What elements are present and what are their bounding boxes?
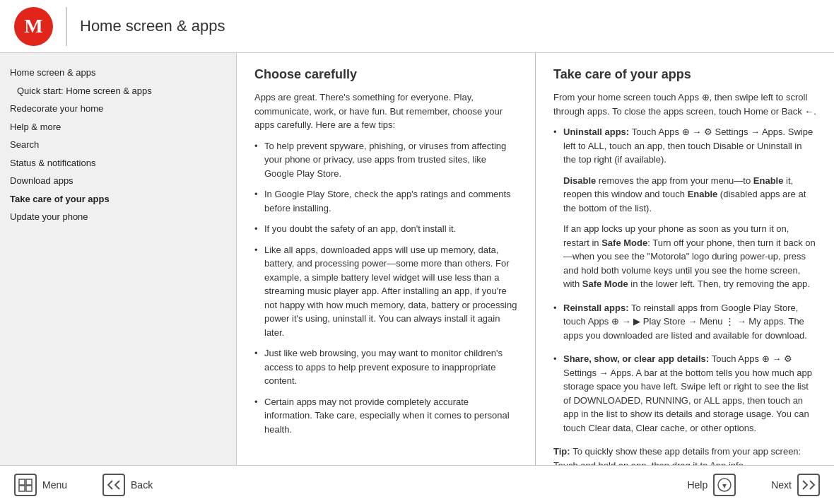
menu-button[interactable]: Menu <box>14 474 67 496</box>
sidebar-item-status-notifications[interactable]: Status & notifications <box>6 154 230 172</box>
content-area: Choose carefully Apps are great. There's… <box>237 53 834 465</box>
help-label: Help <box>687 479 707 491</box>
svg-rect-2 <box>19 486 25 491</box>
list-item: Certain apps may not provide completely … <box>254 395 517 437</box>
list-item: Like all apps, downloaded apps will use … <box>254 243 517 340</box>
page-wrapper: M Home screen & apps Home screen & appsQ… <box>0 0 834 504</box>
sidebar-item-help-more[interactable]: Help & more <box>6 118 230 136</box>
sidebar-item-redecorate[interactable]: Redecorate your home <box>6 100 230 118</box>
sidebar-item-home-screen-apps[interactable]: Home screen & apps <box>6 64 230 82</box>
left-panel-title: Choose carefully <box>254 67 517 82</box>
header: M Home screen & apps <box>0 0 834 53</box>
left-panel-intro: Apps are great. There's something for ev… <box>254 90 517 132</box>
main-content: Home screen & appsQuick start: Home scre… <box>0 53 834 465</box>
sidebar-item-take-care-apps[interactable]: Take care of your apps <box>6 190 230 209</box>
next-label: Next <box>771 479 792 491</box>
svg-rect-0 <box>19 479 25 485</box>
right-panel: Take care of your apps From your home sc… <box>536 53 834 465</box>
back-label: Back <box>131 479 153 491</box>
svg-text:▾: ▾ <box>722 481 727 491</box>
logo-letter: M <box>24 15 42 37</box>
left-panel-body: Apps are great. There's something for ev… <box>254 90 517 436</box>
menu-icon <box>14 474 37 496</box>
menu-label: Menu <box>42 479 67 491</box>
right-panel-title: Take care of your apps <box>553 67 816 82</box>
back-icon <box>102 474 125 496</box>
right-panel-intro: From your home screen touch Apps ⊕, then… <box>553 90 816 118</box>
page-title: Home screen & apps <box>80 17 225 35</box>
back-button[interactable]: Back <box>102 474 153 496</box>
help-icon: ▾ <box>713 474 736 496</box>
list-item: In Google Play Store, check the app's ra… <box>254 187 517 215</box>
footer: Menu Back Help ▾ Next <box>0 465 834 504</box>
help-button[interactable]: Help ▾ <box>687 474 736 496</box>
list-item: To help prevent spyware, phishing, or vi… <box>254 139 517 181</box>
list-item: If you doubt the safety of an app, don't… <box>254 222 517 236</box>
sidebar: Home screen & appsQuick start: Home scre… <box>0 53 237 465</box>
footer-right: Help ▾ Next <box>687 474 820 496</box>
sidebar-item-update-phone[interactable]: Update your phone <box>6 208 230 226</box>
sidebar-item-search[interactable]: Search <box>6 136 230 154</box>
sidebar-item-quick-start[interactable]: Quick start: Home screen & apps <box>6 82 230 100</box>
svg-rect-3 <box>26 486 32 491</box>
left-panel-list: To help prevent spyware, phishing, or vi… <box>254 139 517 437</box>
sidebar-item-download-apps[interactable]: Download apps <box>6 172 230 190</box>
left-panel: Choose carefully Apps are great. There's… <box>237 53 536 465</box>
list-item: Just like web browsing, you may want to … <box>254 346 517 388</box>
right-panel-body: From your home screen touch Apps ⊕, then… <box>553 90 816 465</box>
right-section-reinstall: • Reinstall apps: To reinstall apps from… <box>553 301 816 343</box>
header-divider <box>66 7 67 46</box>
svg-rect-1 <box>26 479 32 485</box>
next-icon <box>797 474 820 496</box>
right-section-uninstall: • Uninstall apps: Touch Apps ⊕ → ⚙ Setti… <box>553 125 816 291</box>
motorola-logo: M <box>14 7 53 46</box>
footer-left: Menu Back <box>14 474 153 496</box>
next-button[interactable]: Next <box>771 474 820 496</box>
right-section-tip: Tip: To quickly show these app details f… <box>553 445 816 465</box>
right-section-share: • Share, show, or clear app details: Tou… <box>553 352 816 435</box>
